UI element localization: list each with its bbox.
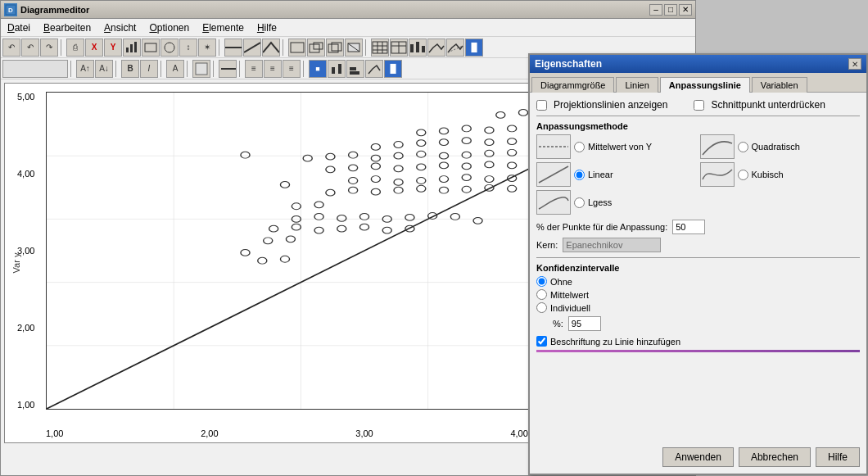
radio-ohne[interactable] [536,276,547,287]
apply-button[interactable]: Anwenden [662,447,734,467]
label-kubisch: Kubisch [752,170,784,179]
tb2-line-style[interactable] [219,60,237,78]
tb2-italic[interactable]: I [140,60,158,78]
svg-point-51 [417,129,426,136]
radio-konfidenz-mittelwert[interactable] [536,289,547,300]
menu-elemente[interactable]: Elemente [196,19,251,36]
tb2-bold[interactable]: B [121,60,139,78]
tb-rect4[interactable] [345,39,363,57]
tb-table1[interactable] [371,39,389,57]
tab-linien[interactable]: Linien [616,77,658,93]
tb2-align-center[interactable]: ≡ [264,60,282,78]
tb2-bar2[interactable] [346,60,364,78]
maximize-button[interactable]: □ [664,4,677,16]
tb2-align-right[interactable]: ≡ [283,60,301,78]
svg-point-121 [462,186,471,193]
tb-table2[interactable] [390,39,408,57]
input-percent[interactable] [568,316,601,331]
svg-rect-10 [310,44,319,52]
svg-point-78 [349,152,358,158]
tb-undo2[interactable]: ↶ [21,39,39,57]
radio-individuell[interactable] [536,302,547,313]
tb-undo[interactable]: ↶ [2,39,20,57]
cancel-button[interactable]: Abbrechen [739,447,811,467]
svg-point-117 [371,188,380,195]
properties-close-button[interactable]: ✕ [848,58,861,70]
tb-chart1[interactable] [123,39,141,57]
y-axis-labels: 5,00 4,00 3,00 2,00 1,00 [17,92,34,410]
tb-tool[interactable]: ✶ [198,39,216,57]
tb2-highlight2[interactable]: █ [384,60,402,78]
tb-line1[interactable] [224,39,242,57]
tabs-row: Diagrammgröße Linien Anpassungslinie Var… [530,73,866,93]
tab-variablen[interactable]: Variablen [752,77,807,93]
title-bar-left: D Diagrammeditor [4,3,89,16]
menu-datei[interactable]: Datei [1,19,37,36]
radio-mittelwert[interactable] [574,142,585,152]
tab-anpassungslinie[interactable]: Anpassungslinie [660,77,750,93]
radio-linear[interactable] [574,170,585,180]
svg-point-142 [264,238,273,244]
tb-highlight[interactable]: █ [465,39,483,57]
tb-chart6[interactable] [446,39,464,57]
tb2-font-up[interactable]: A↑ [76,60,94,78]
minimize-button[interactable]: – [649,4,662,16]
tb2-font-color[interactable]: A [166,60,184,78]
svg-point-144 [241,250,250,256]
tb-line2[interactable] [243,39,261,57]
checkbox-intersection[interactable] [694,100,704,111]
tb-x[interactable]: X [85,39,103,57]
underline-bar [536,350,860,352]
sep10 [239,61,242,77]
menu-optionen[interactable]: Optionen [142,19,196,36]
y-label-5: 5,00 [17,92,34,102]
tb-select[interactable]: ↕ [179,39,197,57]
label-lgess: Lgess [588,197,612,207]
label-individuell: Individuell [550,303,590,313]
menu-ansicht[interactable]: Ansicht [97,19,142,36]
tb-chart5[interactable] [427,39,445,57]
tb-rect3[interactable] [326,39,344,57]
svg-rect-32 [350,67,356,70]
tb2-line-chart[interactable] [365,60,383,78]
tb2-align-left[interactable]: ≡ [245,60,263,78]
y-label-3: 3,00 [17,246,34,256]
svg-point-85 [508,149,517,156]
tb2-color-fill[interactable] [192,60,210,78]
tb2-font-down[interactable]: A↓ [95,60,113,78]
svg-point-115 [326,189,335,196]
svg-point-89 [241,152,250,158]
tb-chart3[interactable] [160,39,179,57]
tb-redo[interactable]: ↷ [40,39,58,57]
radio-lgess[interactable] [574,197,585,208]
svg-line-8 [244,43,260,52]
svg-point-143 [286,236,295,243]
tb-rect1[interactable] [288,39,306,57]
radio-quadratisch[interactable] [738,142,748,152]
svg-point-65 [439,139,448,146]
tb-chart4[interactable] [409,39,427,57]
tb-line3[interactable] [262,39,280,57]
tab-diagrammgroesse[interactable]: Diagrammgröße [531,77,614,93]
radio-kubisch[interactable] [738,170,748,180]
menu-hilfe[interactable]: Hilfe [251,19,283,36]
help-button[interactable]: Hilfe [816,447,860,467]
tb2-empty [2,60,68,78]
tb-rect2[interactable] [307,39,325,57]
svg-point-110 [485,176,494,183]
tb-print[interactable]: ⎙ [66,39,84,57]
checkbox-projection[interactable] [536,100,547,111]
svg-rect-11 [314,43,323,49]
method-icon-lgess [536,190,571,215]
tb-y[interactable]: Y [104,39,122,57]
tb-chart2[interactable] [142,39,160,57]
svg-rect-28 [196,63,207,75]
svg-point-134 [314,202,323,208]
input-punkte[interactable] [672,220,705,234]
properties-panel: Eigenschaften ✕ Diagrammgröße Linien Anp… [528,53,868,475]
checkbox-beschriftung[interactable] [536,336,547,347]
tb2-bar1[interactable] [328,60,346,78]
tb2-special1[interactable]: ■ [309,60,327,78]
menu-bearbeiten[interactable]: Bearbeiten [37,19,97,36]
close-button[interactable]: ✕ [679,4,692,16]
